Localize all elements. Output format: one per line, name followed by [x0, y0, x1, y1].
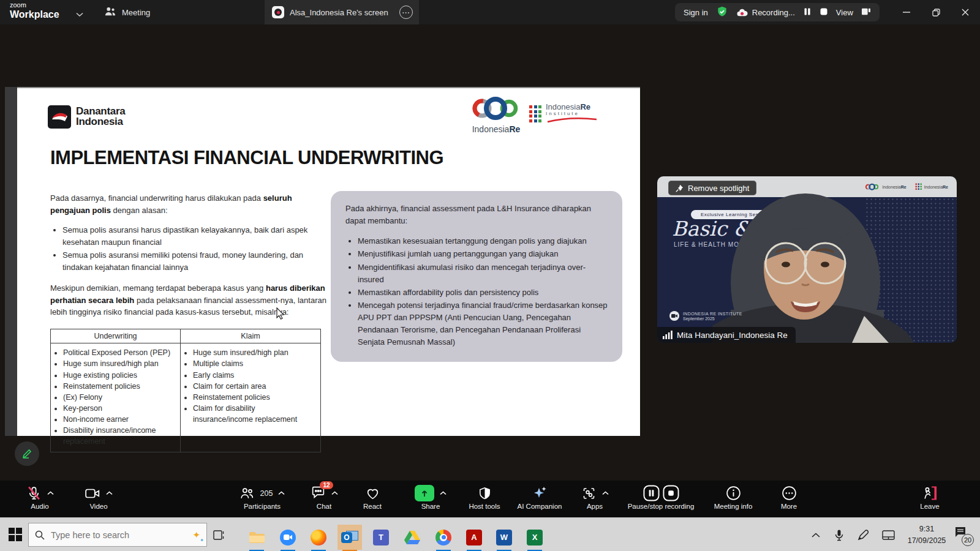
institute-swoosh [546, 117, 598, 123]
screen-share-app-icon [272, 6, 284, 18]
taskbar-acrobat[interactable]: A [462, 525, 486, 550]
host-tools-button[interactable]: Host tools [461, 485, 508, 510]
chevron-up-icon[interactable] [106, 491, 113, 495]
remove-spotlight-button[interactable]: Remove spotlight [668, 181, 756, 195]
tray-chevron-up-icon[interactable] [807, 527, 824, 544]
copilot-icon[interactable]: ✦ [192, 530, 200, 541]
tray-pen-icon[interactable] [854, 527, 871, 544]
apps-button[interactable]: Apps [573, 485, 616, 510]
table-header-underwriting: Underwriting [51, 329, 181, 343]
pause-recording-button[interactable] [803, 7, 812, 18]
pause-stop-recording-button[interactable]: Pause/stop recording [621, 485, 701, 510]
sparkle-icon [532, 485, 548, 501]
tray-touchpad-icon[interactable] [880, 527, 897, 544]
notification-center-icon[interactable]: 20 [954, 527, 967, 540]
taskbar-outlook[interactable]: O [337, 525, 362, 550]
video-button[interactable]: Video [72, 485, 125, 510]
speaker-avatar [712, 187, 921, 343]
tab-meeting[interactable]: Meeting [104, 0, 150, 24]
tab-shared-screen[interactable]: Alsa_Indonesia Re's screen ⋯ [265, 0, 419, 24]
view-layout-icon[interactable] [861, 7, 871, 18]
minimize-button[interactable] [892, 0, 921, 24]
leave-button[interactable]: Leave [911, 485, 948, 510]
tab-shared-screen-label: Alsa_Indonesia Re's screen [290, 8, 388, 17]
clock-date: 17/09/2025 [900, 535, 953, 547]
chevron-down-icon[interactable] [76, 9, 83, 20]
underwriting-klaim-table: Underwriting Klaim Political Exposed Per… [50, 329, 321, 453]
meeting-info-button[interactable]: Meeting info [706, 485, 761, 510]
list-item: Semua polis asuransi memiliki potensi fr… [62, 249, 327, 273]
shared-screen-edge [5, 87, 17, 436]
chat-unread-badge: 12 [320, 481, 333, 489]
underwriting-list: Political Exposed Person (PEP)Huge sum i… [53, 347, 176, 447]
taskbar-firefox[interactable] [306, 525, 331, 550]
highlight-box-intro: Pada akhirnya, financial assessment pada… [345, 204, 591, 225]
audio-signal-icon [663, 331, 673, 339]
pencil-icon [21, 448, 33, 460]
zoom-titlebar: zoom Workplace Meeting Alsa_Indonesia Re… [0, 0, 980, 24]
institute-squares-icon [529, 105, 541, 122]
more-button[interactable]: More [771, 485, 807, 510]
more-icon [782, 485, 797, 501]
taskbar-clock[interactable]: 9:31 17/09/2025 [900, 523, 953, 547]
slide-bullet-list-1: Semua polis asuransi harus dipastikan ke… [50, 224, 327, 273]
danantara-logo: Danantara Indonesia [48, 105, 125, 129]
institute-text-1: Indonesia [546, 102, 580, 111]
annotate-button[interactable] [15, 441, 39, 466]
indonesia-re-rings-icon [469, 97, 524, 121]
start-button[interactable] [9, 528, 22, 541]
chevron-up-icon[interactable] [440, 491, 447, 495]
participants-count: 205 [260, 489, 273, 498]
participants-icon [104, 6, 116, 19]
taskbar-search[interactable]: ✦ [28, 523, 207, 547]
heart-icon [365, 486, 380, 500]
participants-button[interactable]: 205 Participants [225, 485, 299, 510]
restore-button[interactable] [921, 0, 951, 24]
recording-label: Recording... [752, 8, 795, 17]
institute-text-2: Re [580, 102, 590, 111]
taskbar-zoom[interactable] [276, 525, 300, 550]
taskbar-word[interactable]: W [492, 525, 516, 550]
chevron-up-icon[interactable] [331, 491, 338, 495]
shield-icon [478, 486, 492, 501]
slide-left-column: Pada dasarnya, financial underwriting ha… [50, 192, 327, 452]
notification-count-badge: 20 [962, 534, 974, 546]
slide-paragraph-1: Pada dasarnya, financial underwriting ha… [50, 192, 327, 216]
pin-icon [676, 184, 684, 192]
tray-microphone-icon[interactable] [831, 527, 848, 544]
taskbar-teams[interactable]: T [369, 525, 393, 550]
clock-time: 9:31 [900, 523, 953, 535]
list-item: Semua polis asuransi harus dipastikan ke… [62, 224, 327, 248]
share-button[interactable]: Share [405, 485, 456, 510]
info-icon [726, 485, 741, 501]
apps-icon [581, 486, 597, 501]
participants-icon [239, 487, 255, 500]
search-input[interactable] [51, 530, 167, 540]
chevron-up-icon[interactable] [47, 491, 54, 495]
brand-zoom: zoom [10, 2, 59, 9]
chevron-up-icon[interactable] [278, 491, 285, 495]
shared-slide: Danantara Indonesia IndonesiaRe Indonesi… [17, 87, 640, 436]
spotlight-video-tile[interactable]: IndonesiaRe IndonesiaRe Exclusive Learni… [657, 176, 957, 343]
taskbar-google-drive[interactable] [400, 525, 424, 550]
tab-options-icon[interactable]: ⋯ [399, 6, 413, 19]
react-button[interactable]: React [354, 485, 391, 510]
security-shield-icon[interactable] [716, 5, 728, 20]
ai-companion-button[interactable]: AI Companion [511, 485, 568, 510]
brand-workplace: Workplace [10, 10, 59, 20]
taskbar-file-explorer[interactable] [244, 525, 269, 550]
sign-in-button[interactable]: Sign in [684, 8, 708, 17]
pause-recording-icon[interactable] [643, 485, 660, 501]
task-view-icon[interactable] [211, 527, 228, 544]
audio-button[interactable]: Audio [13, 485, 66, 510]
indonesia-re-text-1: Indonesia [472, 124, 510, 134]
stop-recording-button[interactable] [820, 7, 828, 18]
stop-recording-icon[interactable] [663, 485, 679, 501]
taskbar-chrome[interactable] [431, 525, 456, 550]
danantara-text-2: Indonesia [76, 117, 125, 127]
taskbar-excel[interactable]: X [522, 525, 547, 550]
chevron-up-icon[interactable] [602, 491, 609, 495]
close-button[interactable] [951, 0, 980, 24]
chat-button[interactable]: 12 Chat [301, 485, 347, 510]
view-button[interactable]: View [836, 8, 853, 17]
